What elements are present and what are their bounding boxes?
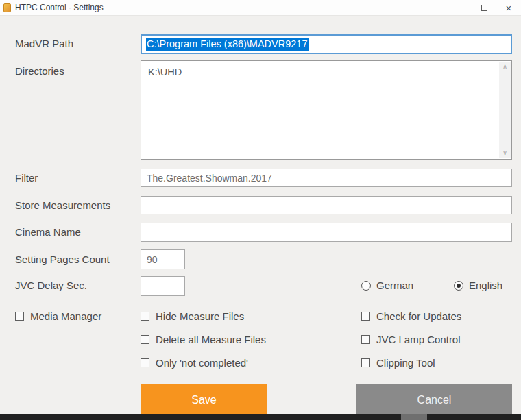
checkbox-delete-all-measure-files[interactable]: Delete all Measure Files	[141, 334, 266, 345]
directories-value: K:\UHD	[148, 66, 495, 77]
radio-german-circle	[361, 281, 371, 291]
madvr-path-label: MadVR Path	[15, 38, 73, 49]
checkbox-clipping-tool-label: Clipping Tool	[376, 357, 435, 369]
settings-window: HTPC Control - Settings × MadVR Path C:\…	[0, 0, 521, 420]
setting-pages-count-value: 90	[147, 254, 158, 265]
filter-value: The.Greatest.Showman.2017	[147, 173, 272, 184]
close-icon: ×	[506, 3, 512, 13]
madvr-path-input[interactable]: C:\Program Files (x86)\MADVR9217	[141, 34, 512, 54]
directories-input[interactable]: K:\UHD ∧ ∨	[141, 60, 512, 160]
cinema-name-input[interactable]	[141, 223, 512, 242]
cancel-button[interactable]: Cancel	[356, 384, 512, 416]
checkbox-media-manager-label: Media Manager	[30, 310, 101, 322]
checkbox-only-not-completed-box	[141, 358, 149, 367]
checkbox-check-for-updates-box	[361, 312, 370, 321]
vertical-scrollbar[interactable]: ∧ ∨	[499, 62, 511, 158]
scroll-down-icon[interactable]: ∨	[502, 150, 507, 156]
radio-english-dot	[457, 284, 461, 288]
checkbox-jvc-lamp-control-box	[361, 335, 370, 344]
directories-label: Directories	[15, 65, 64, 77]
window-controls: ×	[447, 0, 521, 16]
minimize-icon	[456, 8, 463, 8]
checkbox-delete-all-measure-files-label: Delete all Measure Files	[156, 334, 266, 345]
store-measurements-label: Store Measurements	[15, 199, 110, 211]
checkbox-jvc-lamp-control-label: JVC Lamp Control	[376, 334, 461, 345]
setting-pages-count-label: Setting Pages Count	[15, 254, 110, 265]
window-title: HTPC Control - Settings	[15, 3, 104, 12]
maximize-button[interactable]	[472, 0, 496, 16]
checkbox-check-for-updates-label: Check for Updates	[376, 310, 461, 322]
scroll-up-icon[interactable]: ∧	[502, 64, 507, 70]
cinema-name-label: Cinema Name	[15, 226, 81, 238]
checkbox-jvc-lamp-control[interactable]: JVC Lamp Control	[361, 334, 461, 345]
maximize-icon	[481, 5, 487, 11]
app-icon	[3, 3, 11, 12]
checkbox-clipping-tool-box	[361, 358, 370, 367]
checkbox-check-for-updates[interactable]: Check for Updates	[361, 310, 461, 322]
checkbox-only-not-completed-label: Only 'not completed'	[156, 357, 248, 369]
jvc-delay-sec-input[interactable]	[141, 276, 185, 296]
checkbox-clipping-tool[interactable]: Clipping Tool	[361, 357, 435, 369]
jvc-delay-sec-label: JVC Delay Sec.	[15, 280, 87, 291]
checkbox-delete-all-measure-files-box	[141, 335, 149, 344]
checkbox-hide-measure-files[interactable]: Hide Measure Files	[141, 310, 244, 322]
minimize-button[interactable]	[447, 0, 472, 16]
title-bar: HTPC Control - Settings ×	[0, 0, 521, 16]
setting-pages-count-input[interactable]: 90	[141, 249, 185, 269]
checkbox-media-manager-box	[15, 312, 24, 321]
madvr-path-value: C:\Program Files (x86)\MADVR9217	[146, 38, 309, 51]
filter-input[interactable]: The.Greatest.Showman.2017	[141, 169, 512, 187]
save-button[interactable]: Save	[141, 384, 267, 416]
radio-english-label: English	[469, 280, 502, 291]
close-button[interactable]: ×	[496, 0, 521, 16]
checkbox-media-manager[interactable]: Media Manager	[15, 310, 101, 322]
checkbox-hide-measure-files-label: Hide Measure Files	[156, 310, 244, 322]
radio-english-circle	[454, 281, 463, 291]
filter-label: Filter	[15, 172, 38, 184]
taskbar-notch	[401, 414, 427, 420]
checkbox-only-not-completed[interactable]: Only 'not completed'	[141, 357, 248, 369]
radio-german[interactable]: German	[361, 280, 413, 291]
store-measurements-input[interactable]	[141, 196, 512, 214]
checkbox-hide-measure-files-box	[141, 312, 149, 321]
radio-german-label: German	[376, 280, 413, 291]
radio-english[interactable]: English	[454, 280, 502, 291]
taskbar-strip	[0, 414, 521, 420]
